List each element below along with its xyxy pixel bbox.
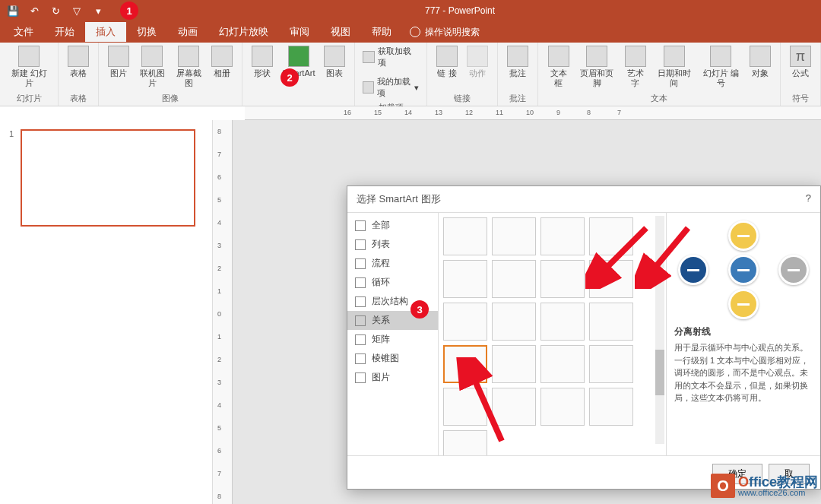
album-icon [211,46,233,67]
layout-option[interactable] [540,388,585,426]
layout-option[interactable] [589,260,633,298]
cycle-icon [355,277,366,288]
comment-icon [507,46,528,67]
shapes-button[interactable]: 形状 [247,44,277,80]
group-symbols: π公式 符号 [781,43,821,106]
quick-access-toolbar: 💾 ↶ ↻ ▽ ▾ [6,4,105,17]
tab-slideshow[interactable]: 幻灯片放映 [208,22,279,42]
dialog-help-icon[interactable]: ? [806,192,811,206]
tab-file[interactable]: 文件 [3,22,44,42]
tab-transitions[interactable]: 切换 [126,22,167,42]
slide-thumbnail-1[interactable] [21,129,195,227]
layout-option[interactable] [589,217,633,255]
undo-icon[interactable]: ↶ [27,4,41,17]
object-icon [750,46,771,67]
category-picture[interactable]: 图片 [347,368,438,387]
layout-option[interactable] [540,345,585,383]
equation-button[interactable]: π公式 [785,44,816,80]
layout-option[interactable] [540,303,585,341]
picture-icon [108,46,129,67]
process-icon [355,258,366,269]
redo-icon[interactable]: ↻ [49,4,62,17]
start-from-beginning-icon[interactable]: ▽ [70,4,84,17]
layout-grid [439,213,667,455]
new-slide-icon [18,46,40,67]
smartart-dialog: 选择 SmartArt 图形 ? 全部 列表 流程 循环 层次结构 关系 矩阵 … [347,185,821,490]
get-addins-button[interactable]: 获取加载项 [360,44,422,70]
my-addins-button[interactable]: 我的加载项 ▾ [360,74,422,100]
online-pictures-button[interactable]: 联机图片 [134,44,170,90]
category-matrix[interactable]: 矩阵 [347,330,438,349]
online-picture-icon [141,46,163,67]
layout-option[interactable] [443,217,487,255]
layout-option[interactable] [540,217,585,255]
vertical-ruler: 87654321012345678 [213,120,233,504]
screenshot-button[interactable]: 屏幕截图 [170,44,207,90]
scrollbar-thumb[interactable] [655,350,664,395]
watermark-url: www.office26.com [738,489,818,497]
slide-number-button[interactable]: 幻灯片 编号 [697,44,745,90]
tab-view[interactable]: 视图 [320,22,361,42]
layout-option[interactable] [589,303,633,341]
preview-figure [674,220,813,319]
category-pyramid[interactable]: 棱锥图 [347,349,438,368]
preview-panel: 分离射线 用于显示循环中与中心观点的关系。一行级别 1 文本与中心圆形相对应，调… [667,213,820,455]
layout-option[interactable] [540,260,585,298]
category-process[interactable]: 流程 [347,254,438,273]
layout-option[interactable] [443,430,487,455]
layout-option[interactable] [589,388,633,426]
album-button[interactable]: 相册 [207,44,237,80]
tell-me-search[interactable]: 操作说明搜索 [410,26,480,39]
category-all[interactable]: 全部 [347,216,438,235]
tab-home[interactable]: 开始 [44,22,85,42]
wordart-button[interactable]: 艺术字 [620,44,651,90]
shapes-icon [252,46,273,67]
layout-option[interactable] [443,260,487,298]
comment-button[interactable]: 批注 [502,44,533,80]
chart-button[interactable]: 图表 [319,44,350,80]
category-list-type[interactable]: 列表 [347,235,438,254]
dialog-titlebar: 选择 SmartArt 图形 ? [347,186,820,212]
link-button[interactable]: 链 接 [432,44,462,80]
tab-insert[interactable]: 插入 [85,22,126,42]
all-icon [355,220,366,231]
tab-animations[interactable]: 动画 [167,22,208,42]
group-tables: 表格 表格 [59,43,99,106]
group-links: 链 接 动作 链接 [427,43,498,106]
tab-help[interactable]: 帮助 [361,22,402,42]
annotation-badge-2: 2 [281,68,299,87]
matrix-icon [355,334,366,345]
textbox-button[interactable]: 文本框 [543,44,574,90]
header-footer-button[interactable]: 页眉和页脚 [574,44,620,90]
layout-option[interactable] [589,345,633,383]
new-slide-button[interactable]: 新建 幻灯片 [5,44,53,90]
layout-option[interactable] [492,345,536,383]
layout-option[interactable] [443,388,487,426]
horizontal-ruler: 16151413121110987 [245,106,821,120]
group-slides: 新建 幻灯片 幻灯片 [0,43,59,106]
tab-review[interactable]: 审阅 [279,22,320,42]
object-button[interactable]: 对象 [745,44,775,80]
group-illustrations: 形状 SmartArt 图表 插图 [242,43,355,106]
layout-option-selected[interactable] [443,345,487,383]
category-cycle[interactable]: 循环 [347,273,438,292]
qat-dropdown-icon[interactable]: ▾ [91,4,105,17]
layout-option[interactable] [443,303,487,341]
group-images: 图片 联机图片 屏幕截图 相册 图像 [99,43,242,106]
layout-option[interactable] [492,260,536,298]
scrollbar-track[interactable] [655,216,664,444]
header-footer-icon [586,46,607,67]
action-button[interactable]: 动作 [462,44,493,80]
layout-option[interactable] [492,217,536,255]
hierarchy-icon [355,296,366,307]
category-list: 全部 列表 流程 循环 层次结构 关系 矩阵 棱锥图 图片 [347,213,439,455]
table-button[interactable]: 表格 [63,44,94,80]
datetime-button[interactable]: 日期和时间 [651,44,696,90]
save-icon[interactable]: 💾 [6,4,20,17]
bulb-icon [410,27,420,37]
pictures-button[interactable]: 图片 [103,44,134,80]
watermark: O Office教程网 www.office26.com [711,474,818,498]
layout-option[interactable] [492,388,536,426]
layout-option[interactable] [492,303,536,341]
slide-number-icon [710,46,731,67]
